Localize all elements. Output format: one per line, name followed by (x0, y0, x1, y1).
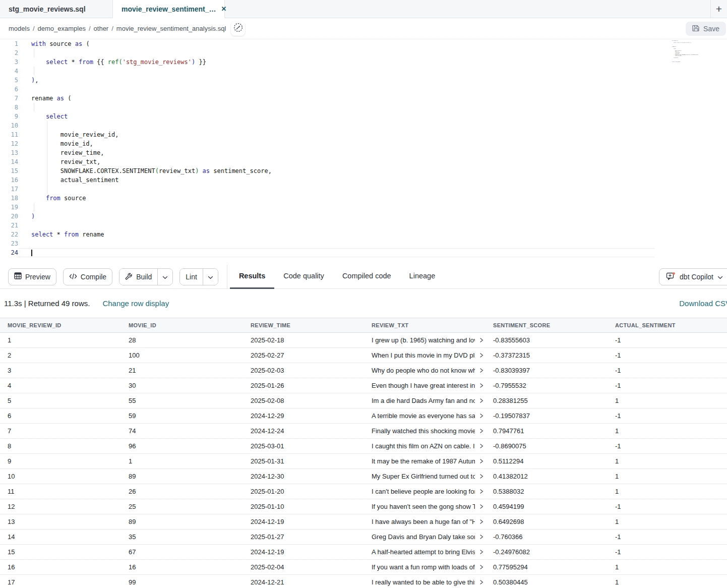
row-expand-chevron-icon[interactable] (479, 368, 484, 373)
row-expand-chevron-icon[interactable] (479, 534, 484, 540)
code-token (31, 113, 46, 120)
dbt-copilot-button[interactable]: dbt Copilot (659, 268, 727, 285)
cell-sentiment_score: 0.7947761 (486, 427, 608, 435)
query-status-summary: 11.3s | Returned 49 rows. (4, 299, 90, 308)
tab-compiled-code[interactable]: Compiled code (333, 265, 400, 289)
row-expand-chevron-icon[interactable] (479, 337, 484, 343)
code-line (671, 64, 704, 65)
breadcrumb-part[interactable]: other (94, 25, 109, 32)
breadcrumb-part[interactable]: demo_examples (38, 25, 86, 32)
breadcrumb-file[interactable]: movie_review_sentiment_analysis.sql (116, 25, 226, 32)
row-expand-chevron-icon[interactable] (479, 443, 484, 449)
cell-review_time: 2025-02-08 (243, 397, 364, 404)
table-row: 912025-01-31It may be the remake of 1987… (0, 454, 727, 469)
indent-guide (34, 103, 34, 112)
review-text: Greg Davis and Bryan Daly take some … (372, 533, 475, 541)
code-token: sentiment_score, (210, 167, 272, 174)
editor-toolbar: Preview Compile Build Lint (0, 265, 727, 289)
row-expand-chevron-icon[interactable] (479, 352, 484, 358)
new-tab-button[interactable]: + (710, 0, 727, 18)
cell-movie_review_id: 10 (0, 473, 121, 480)
line-number: 14 (0, 157, 18, 166)
code-token: , (35, 77, 38, 84)
change-row-display-link[interactable]: Change row display (102, 299, 169, 308)
build-dropdown-button[interactable] (157, 269, 172, 285)
review-text: When I put this movie in my DVD playe… (372, 351, 475, 359)
row-expand-chevron-icon[interactable] (479, 489, 484, 494)
row-expand-chevron-icon[interactable] (479, 428, 484, 434)
row-expand-chevron-icon[interactable] (479, 519, 484, 524)
line-number: 10 (0, 121, 18, 130)
save-floppy-icon (692, 24, 700, 33)
code-line: 1with source as ( (0, 39, 727, 48)
build-button[interactable]: Build (119, 269, 157, 285)
tab-code-quality[interactable]: Code quality (274, 265, 333, 289)
row-expand-chevron-icon[interactable] (479, 549, 484, 555)
editor-minimap[interactable]: with source as ( select * from {{ ref('s… (671, 40, 708, 76)
code-line-content: ) (18, 212, 727, 221)
cell-movie_review_id: 11 (0, 488, 121, 495)
cell-actual_sentiment: 1 (608, 397, 727, 404)
cell-sentiment_score: 0.41382012 (486, 473, 608, 480)
code-token: from (64, 231, 79, 238)
file-tab-1[interactable]: stg_movie_reviews.sql (0, 0, 113, 18)
cell-actual_sentiment: -1 (608, 548, 727, 556)
code-token: }} (195, 58, 206, 66)
preview-table-icon (14, 272, 22, 281)
row-expand-chevron-icon[interactable] (479, 458, 484, 464)
breadcrumb-separator: / (111, 25, 113, 32)
line-number: 6 (0, 85, 18, 94)
row-expand-chevron-icon[interactable] (479, 383, 484, 388)
cell-sentiment_score: -0.37372315 (486, 351, 608, 359)
file-tab-label: movie_review_sentiment_… (122, 5, 216, 13)
row-expand-chevron-icon[interactable] (479, 504, 484, 509)
cell-movie_id: 21 (121, 367, 243, 374)
row-expand-chevron-icon[interactable] (479, 474, 484, 479)
cell-sentiment_score: 0.50380445 (486, 578, 608, 586)
code-line-content (18, 48, 727, 57)
table-row: 5552025-02-08Im a die hard Dads Army fan… (0, 393, 727, 408)
ai-edit-badge[interactable] (231, 22, 245, 36)
compile-code-icon (69, 273, 77, 281)
table-row: 14352025-01-27Greg Davis and Bryan Daly … (0, 530, 727, 545)
file-tab-2[interactable]: movie_review_sentiment_…✕ (113, 0, 225, 18)
tab-lineage[interactable]: Lineage (400, 265, 445, 289)
sql-code-editor[interactable]: 1with source as (23 select * from {{ ref… (0, 39, 727, 265)
line-number: 3 (0, 57, 18, 67)
code-line: 5), (0, 76, 727, 85)
table-row: 4302025-01-26Even though I have great in… (0, 378, 727, 393)
line-number: 23 (0, 239, 18, 248)
code-line: 12 movie_id, (0, 139, 727, 148)
breadcrumb-part[interactable]: models (9, 25, 30, 32)
table-row: 7742024-12-24Finally watched this shocki… (0, 424, 727, 439)
code-line: 11 movie_review_id, (0, 130, 727, 139)
line-number: 21 (0, 221, 18, 230)
cell-movie_review_id: 7 (0, 427, 121, 435)
cell-movie_review_id: 2 (0, 351, 121, 359)
row-expand-chevron-icon[interactable] (479, 579, 484, 585)
line-number: 24 (0, 248, 18, 257)
column-header-sentiment_score: SENTIMENT_SCORE (486, 322, 608, 328)
save-label: Save (703, 25, 719, 33)
review-text: I really wanted to be able to give this … (372, 578, 475, 586)
line-number: 11 (0, 130, 18, 139)
preview-button[interactable]: Preview (8, 268, 56, 285)
row-expand-chevron-icon[interactable] (479, 398, 484, 403)
code-token: ( (155, 167, 159, 174)
tab-results[interactable]: Results (230, 265, 274, 289)
code-token (31, 195, 46, 202)
code-line: 19 (0, 203, 727, 212)
code-line: 14 review_txt, (0, 157, 727, 166)
cell-actual_sentiment: 1 (608, 578, 727, 586)
download-csv-link[interactable]: Download CSV (679, 299, 727, 308)
preview-label: Preview (25, 273, 50, 281)
row-expand-chevron-icon[interactable] (479, 413, 484, 419)
code-token: source (60, 195, 86, 202)
save-button[interactable]: Save (686, 22, 726, 36)
cell-actual_sentiment: 1 (608, 473, 727, 480)
lint-button[interactable]: Lint (180, 269, 203, 285)
row-expand-chevron-icon[interactable] (479, 564, 484, 570)
cell-actual_sentiment: -1 (608, 503, 727, 510)
lint-dropdown-button[interactable] (203, 269, 218, 285)
compile-button[interactable]: Compile (63, 268, 112, 285)
